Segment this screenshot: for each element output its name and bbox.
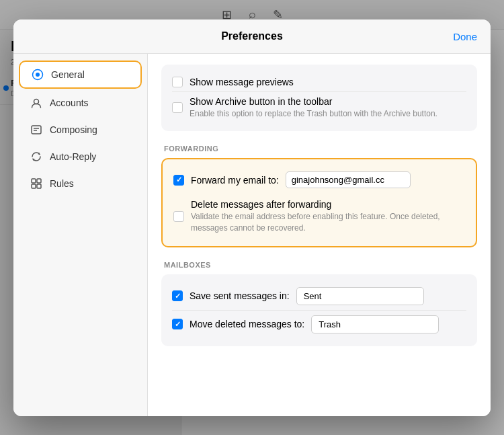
delete-after-forward-checkbox[interactable] xyxy=(173,211,184,222)
modal-header: Preferences Done xyxy=(13,19,491,54)
forward-email-label: Forward my email to: xyxy=(191,175,279,186)
svg-rect-9 xyxy=(37,184,41,188)
svg-rect-8 xyxy=(32,184,36,188)
svg-rect-6 xyxy=(32,179,36,183)
save-sent-row: Save sent messages in: xyxy=(172,282,466,310)
sidebar-item-composing-label: Composing xyxy=(50,124,97,135)
save-sent-input[interactable] xyxy=(296,287,424,305)
auto-reply-icon xyxy=(30,150,43,163)
svg-point-1 xyxy=(36,73,40,77)
sidebar-item-rules-label: Rules xyxy=(50,178,74,189)
svg-rect-7 xyxy=(37,179,41,183)
modal-body: General Accounts xyxy=(13,54,491,416)
delete-after-forward-row: Delete messages after forwarding Validat… xyxy=(173,195,465,238)
sidebar-item-accounts[interactable]: Accounts xyxy=(19,90,142,116)
forward-email-row: Forward my email to: xyxy=(173,167,465,192)
sidebar-item-composing[interactable]: Composing xyxy=(19,117,142,143)
show-message-previews-label: Show message previews xyxy=(190,77,466,87)
svg-rect-3 xyxy=(32,126,41,134)
move-deleted-checkbox[interactable] xyxy=(172,319,183,329)
save-sent-label: Save sent messages in: xyxy=(190,290,290,301)
preferences-content: Show message previews Show Archive butto… xyxy=(148,54,491,416)
forward-email-input[interactable] xyxy=(286,171,411,188)
sidebar-item-auto-reply-label: Auto-Reply xyxy=(50,151,96,162)
show-archive-button-checkbox[interactable] xyxy=(172,102,183,113)
move-deleted-input[interactable] xyxy=(311,315,439,333)
forwarding-section-card: Forward my email to: Delete messages aft… xyxy=(161,158,477,247)
general-settings-section: Show message previews Show Archive butto… xyxy=(161,65,477,132)
save-sent-checkbox[interactable] xyxy=(172,290,183,301)
move-deleted-label: Move deleted messages to: xyxy=(190,319,304,329)
delete-after-forward-label: Delete messages after forwarding xyxy=(191,199,465,210)
sidebar-item-general-label: General xyxy=(51,69,85,80)
modal-overlay: Preferences Done General xyxy=(0,0,504,435)
sidebar-item-auto-reply[interactable]: Auto-Reply xyxy=(19,144,142,169)
mailboxes-section-label: MAILBOXES xyxy=(161,261,477,269)
sidebar-item-rules[interactable]: Rules xyxy=(19,171,142,196)
rules-icon xyxy=(30,177,43,190)
composing-icon xyxy=(30,123,43,136)
general-icon xyxy=(31,68,44,81)
show-archive-button-description: Enable this option to replace the Trash … xyxy=(190,108,466,120)
show-archive-button-row: Show Archive button in the toolbar Enabl… xyxy=(172,91,466,124)
move-deleted-row: Move deleted messages to: xyxy=(172,310,466,338)
sidebar-item-general[interactable]: General xyxy=(19,61,142,89)
forwarding-section: FORWARDING Forward my email to: Delete xyxy=(161,145,477,247)
modal-title: Preferences xyxy=(221,30,283,42)
accounts-icon xyxy=(30,96,43,110)
svg-point-2 xyxy=(34,99,39,104)
done-button[interactable]: Done xyxy=(453,30,477,42)
delete-after-forward-description: Validate the email address before enabli… xyxy=(191,211,465,234)
forwarding-section-label: FORWARDING xyxy=(161,145,477,153)
mailboxes-section: MAILBOXES Save sent messages in: Move de… xyxy=(161,261,477,346)
show-message-previews-checkbox[interactable] xyxy=(172,77,183,87)
mailboxes-section-card: Save sent messages in: Move deleted mess… xyxy=(161,274,477,346)
general-settings-card: Show message previews Show Archive butto… xyxy=(161,65,477,132)
show-archive-button-label: Show Archive button in the toolbar xyxy=(190,96,466,107)
preferences-sidebar: General Accounts xyxy=(13,54,148,416)
show-message-previews-row: Show message previews xyxy=(172,73,466,91)
sidebar-item-accounts-label: Accounts xyxy=(50,97,89,108)
preferences-modal: Preferences Done General xyxy=(13,19,491,416)
forward-email-checkbox[interactable] xyxy=(173,175,184,186)
